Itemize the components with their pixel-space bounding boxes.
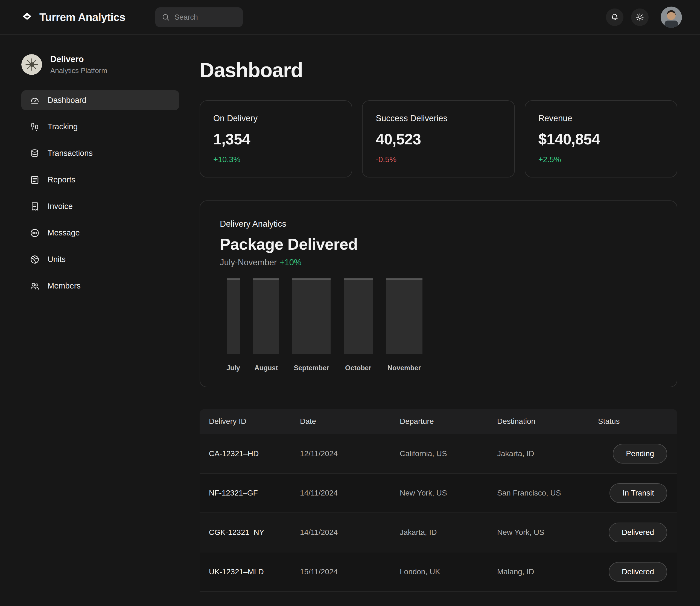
bar — [386, 278, 422, 354]
dashboard-icon — [29, 95, 40, 106]
table-header-row: Delivery IDDateDepartureDestinationStatu… — [200, 409, 677, 434]
sidebar-menu: DashboardTrackingTransactionsReportsInvo… — [21, 90, 179, 296]
cell-date: 14/11/2024 — [300, 528, 400, 537]
table-header-cell: Destination — [497, 417, 598, 426]
table-row: UK-12321–MLD15/11/2024London, UKMalang, … — [200, 553, 677, 592]
stat-card: Success Deliveries40,523-0.5% — [362, 100, 515, 178]
sidebar-item-tracking[interactable]: Tracking — [21, 117, 179, 137]
sidebar-item-message[interactable]: Message — [21, 223, 179, 243]
brand-title: Turrem Analytics — [39, 11, 125, 24]
cell-delivery-id: CA-12321–HD — [209, 449, 300, 458]
main-content: Dashboard On Delivery1,354+10.3%Success … — [200, 35, 700, 592]
sidebar-item-label: Invoice — [48, 202, 73, 211]
search-input[interactable] — [174, 13, 237, 22]
stat-value: 40,523 — [376, 131, 501, 148]
table-header-cell: Departure — [400, 417, 497, 426]
table-row: CA-12321–HD12/11/2024California, USJakar… — [200, 434, 677, 474]
stat-delta: -0.5% — [376, 155, 501, 164]
status-badge[interactable]: Pending — [613, 444, 667, 464]
chart-delta: +10% — [279, 258, 301, 267]
stat-label: Success Deliveries — [376, 114, 501, 123]
org-subtitle: Analytics Platform — [50, 67, 107, 75]
org-logo — [21, 54, 42, 75]
search-icon — [161, 13, 170, 22]
stat-card: On Delivery1,354+10.3% — [200, 100, 352, 178]
stat-delta: +10.3% — [213, 155, 339, 164]
cell-destination: Jakarta, ID — [497, 449, 598, 458]
user-avatar[interactable] — [661, 6, 682, 28]
table-row: CGK-12321–NY14/11/2024Jakarta, IDNew Yor… — [200, 513, 677, 553]
top-bar: Turrem Analytics — [0, 0, 700, 35]
sidebar-item-label: Units — [48, 255, 66, 264]
table-header-cell: Status — [598, 417, 667, 426]
bar-column: July — [227, 278, 240, 372]
bar — [292, 278, 331, 354]
org-profile: Delivero Analytics Platform — [21, 54, 200, 75]
cell-date: 12/11/2024 — [300, 449, 400, 458]
stat-label: On Delivery — [213, 114, 339, 123]
bar-column: August — [253, 278, 279, 372]
cell-destination: Malang, ID — [497, 567, 598, 576]
sidebar-item-transactions[interactable]: Transactions — [21, 143, 179, 163]
stat-label: Revenue — [538, 114, 663, 123]
org-name: Delivero — [50, 54, 107, 64]
notifications-button[interactable] — [606, 8, 624, 26]
units-icon — [29, 254, 40, 265]
chart-period: July-November — [220, 258, 277, 267]
cell-departure: Jakarta, ID — [400, 528, 497, 537]
bar-column: September — [292, 278, 331, 372]
stat-card: Revenue$140,854+2.5% — [525, 100, 677, 178]
bar-label: November — [388, 364, 421, 372]
sidebar-item-label: Dashboard — [48, 96, 87, 105]
sidebar-item-units[interactable]: Units — [21, 250, 179, 270]
page-title: Dashboard — [200, 59, 677, 82]
stat-delta: +2.5% — [538, 155, 663, 164]
bar-chart: JulyAugustSeptemberOctoberNovember — [220, 278, 657, 372]
bar-column: November — [386, 278, 422, 372]
stat-value: $140,854 — [538, 131, 663, 148]
message-icon — [29, 228, 40, 238]
sidebar-item-label: Transactions — [48, 149, 93, 158]
chart-title: Package Delivered — [220, 235, 657, 253]
sidebar-item-reports[interactable]: Reports — [21, 170, 179, 190]
brand: Turrem Analytics — [21, 11, 125, 24]
bar — [253, 278, 279, 354]
bell-icon — [610, 13, 619, 22]
invoice-icon — [29, 201, 40, 212]
status-badge[interactable]: In Transit — [609, 483, 667, 503]
sidebar-item-label: Members — [48, 281, 81, 290]
cell-destination: New York, US — [497, 528, 598, 537]
cell-departure: California, US — [400, 449, 497, 458]
sidebar: Delivero Analytics Platform DashboardTra… — [0, 35, 200, 592]
table-header-cell: Delivery ID — [209, 417, 300, 426]
status-badge[interactable]: Delivered — [609, 562, 667, 582]
cell-delivery-id: NF-12321–GF — [209, 489, 300, 497]
sidebar-item-invoice[interactable]: Invoice — [21, 196, 179, 216]
cell-destination: San Francisco, US — [497, 489, 598, 497]
sidebar-item-label: Reports — [48, 175, 75, 184]
tracking-icon — [29, 122, 40, 132]
chart-eyebrow: Delivery Analytics — [220, 219, 657, 229]
reports-icon — [29, 175, 40, 185]
sidebar-item-dashboard[interactable]: Dashboard — [21, 90, 179, 110]
chart-range: July-November+10% — [220, 258, 657, 267]
bar — [227, 278, 240, 354]
bar-label: July — [227, 364, 240, 372]
sidebar-item-label: Tracking — [48, 122, 78, 131]
deliveries-table: Delivery IDDateDepartureDestinationStatu… — [200, 409, 677, 592]
gear-icon — [635, 13, 644, 22]
sidebar-item-label: Message — [48, 228, 80, 237]
cell-status: Delivered — [598, 522, 667, 542]
cell-date: 14/11/2024 — [300, 489, 400, 497]
table-row: NF-12321–GF14/11/2024New York, USSan Fra… — [200, 474, 677, 513]
settings-button[interactable] — [631, 8, 649, 26]
status-badge[interactable]: Delivered — [609, 522, 667, 542]
stat-value: 1,354 — [213, 131, 339, 148]
bar-label: October — [345, 364, 371, 372]
chart-card: Delivery Analytics Package Delivered Jul… — [200, 201, 677, 387]
cell-delivery-id: UK-12321–MLD — [209, 567, 300, 576]
cell-status: Pending — [598, 444, 667, 464]
members-icon — [29, 281, 40, 291]
search-box[interactable] — [155, 7, 243, 27]
sidebar-item-members[interactable]: Members — [21, 276, 179, 296]
